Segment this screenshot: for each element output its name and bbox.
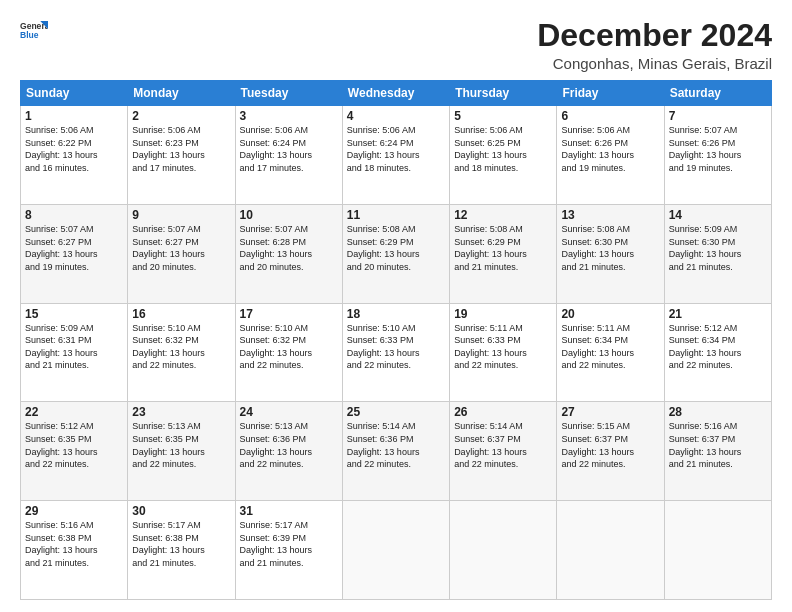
day-info: Sunrise: 5:13 AMSunset: 6:35 PMDaylight:…	[132, 420, 230, 470]
day-number: 30	[132, 504, 230, 518]
day-number: 24	[240, 405, 338, 419]
day-number: 2	[132, 109, 230, 123]
calendar-cell: 24Sunrise: 5:13 AMSunset: 6:36 PMDayligh…	[235, 402, 342, 501]
col-header-thursday: Thursday	[450, 81, 557, 106]
day-number: 10	[240, 208, 338, 222]
day-info: Sunrise: 5:09 AMSunset: 6:30 PMDaylight:…	[669, 223, 767, 273]
col-header-saturday: Saturday	[664, 81, 771, 106]
day-info: Sunrise: 5:12 AMSunset: 6:34 PMDaylight:…	[669, 322, 767, 372]
day-number: 4	[347, 109, 445, 123]
week-row-5: 29Sunrise: 5:16 AMSunset: 6:38 PMDayligh…	[21, 501, 772, 600]
day-number: 13	[561, 208, 659, 222]
day-info: Sunrise: 5:10 AMSunset: 6:32 PMDaylight:…	[132, 322, 230, 372]
calendar-cell: 25Sunrise: 5:14 AMSunset: 6:36 PMDayligh…	[342, 402, 449, 501]
calendar-cell: 18Sunrise: 5:10 AMSunset: 6:33 PMDayligh…	[342, 303, 449, 402]
calendar-cell: 7Sunrise: 5:07 AMSunset: 6:26 PMDaylight…	[664, 106, 771, 205]
day-info: Sunrise: 5:07 AMSunset: 6:27 PMDaylight:…	[25, 223, 123, 273]
page: General Blue December 2024 Congonhas, Mi…	[0, 0, 792, 612]
day-number: 1	[25, 109, 123, 123]
day-info: Sunrise: 5:08 AMSunset: 6:30 PMDaylight:…	[561, 223, 659, 273]
day-number: 31	[240, 504, 338, 518]
day-info: Sunrise: 5:09 AMSunset: 6:31 PMDaylight:…	[25, 322, 123, 372]
week-row-2: 8Sunrise: 5:07 AMSunset: 6:27 PMDaylight…	[21, 204, 772, 303]
day-number: 3	[240, 109, 338, 123]
day-number: 20	[561, 307, 659, 321]
calendar-cell: 16Sunrise: 5:10 AMSunset: 6:32 PMDayligh…	[128, 303, 235, 402]
day-info: Sunrise: 5:16 AMSunset: 6:37 PMDaylight:…	[669, 420, 767, 470]
day-info: Sunrise: 5:17 AMSunset: 6:38 PMDaylight:…	[132, 519, 230, 569]
week-row-3: 15Sunrise: 5:09 AMSunset: 6:31 PMDayligh…	[21, 303, 772, 402]
day-info: Sunrise: 5:16 AMSunset: 6:38 PMDaylight:…	[25, 519, 123, 569]
day-number: 21	[669, 307, 767, 321]
calendar-cell: 23Sunrise: 5:13 AMSunset: 6:35 PMDayligh…	[128, 402, 235, 501]
day-number: 7	[669, 109, 767, 123]
calendar-cell: 21Sunrise: 5:12 AMSunset: 6:34 PMDayligh…	[664, 303, 771, 402]
calendar-cell: 30Sunrise: 5:17 AMSunset: 6:38 PMDayligh…	[128, 501, 235, 600]
day-number: 18	[347, 307, 445, 321]
day-number: 26	[454, 405, 552, 419]
day-number: 23	[132, 405, 230, 419]
day-number: 28	[669, 405, 767, 419]
day-info: Sunrise: 5:08 AMSunset: 6:29 PMDaylight:…	[454, 223, 552, 273]
day-number: 19	[454, 307, 552, 321]
calendar-cell: 4Sunrise: 5:06 AMSunset: 6:24 PMDaylight…	[342, 106, 449, 205]
header: General Blue December 2024 Congonhas, Mi…	[20, 18, 772, 72]
calendar-cell: 8Sunrise: 5:07 AMSunset: 6:27 PMDaylight…	[21, 204, 128, 303]
day-number: 29	[25, 504, 123, 518]
calendar-cell: 14Sunrise: 5:09 AMSunset: 6:30 PMDayligh…	[664, 204, 771, 303]
day-info: Sunrise: 5:11 AMSunset: 6:33 PMDaylight:…	[454, 322, 552, 372]
svg-text:Blue: Blue	[20, 30, 39, 40]
day-info: Sunrise: 5:07 AMSunset: 6:28 PMDaylight:…	[240, 223, 338, 273]
calendar-cell: 20Sunrise: 5:11 AMSunset: 6:34 PMDayligh…	[557, 303, 664, 402]
calendar-cell: 5Sunrise: 5:06 AMSunset: 6:25 PMDaylight…	[450, 106, 557, 205]
calendar-cell: 27Sunrise: 5:15 AMSunset: 6:37 PMDayligh…	[557, 402, 664, 501]
day-info: Sunrise: 5:06 AMSunset: 6:22 PMDaylight:…	[25, 124, 123, 174]
day-number: 22	[25, 405, 123, 419]
day-info: Sunrise: 5:06 AMSunset: 6:25 PMDaylight:…	[454, 124, 552, 174]
calendar-cell: 6Sunrise: 5:06 AMSunset: 6:26 PMDaylight…	[557, 106, 664, 205]
week-row-4: 22Sunrise: 5:12 AMSunset: 6:35 PMDayligh…	[21, 402, 772, 501]
calendar-cell: 10Sunrise: 5:07 AMSunset: 6:28 PMDayligh…	[235, 204, 342, 303]
day-info: Sunrise: 5:06 AMSunset: 6:24 PMDaylight:…	[240, 124, 338, 174]
title-block: December 2024 Congonhas, Minas Gerais, B…	[537, 18, 772, 72]
day-number: 17	[240, 307, 338, 321]
calendar-cell: 29Sunrise: 5:16 AMSunset: 6:38 PMDayligh…	[21, 501, 128, 600]
day-info: Sunrise: 5:07 AMSunset: 6:26 PMDaylight:…	[669, 124, 767, 174]
calendar-cell	[342, 501, 449, 600]
day-number: 6	[561, 109, 659, 123]
calendar-cell: 17Sunrise: 5:10 AMSunset: 6:32 PMDayligh…	[235, 303, 342, 402]
calendar-cell	[557, 501, 664, 600]
calendar-cell: 31Sunrise: 5:17 AMSunset: 6:39 PMDayligh…	[235, 501, 342, 600]
logo: General Blue	[20, 18, 48, 46]
calendar-cell: 22Sunrise: 5:12 AMSunset: 6:35 PMDayligh…	[21, 402, 128, 501]
day-number: 14	[669, 208, 767, 222]
logo-icon: General Blue	[20, 18, 48, 46]
day-info: Sunrise: 5:12 AMSunset: 6:35 PMDaylight:…	[25, 420, 123, 470]
calendar-table: SundayMondayTuesdayWednesdayThursdayFrid…	[20, 80, 772, 600]
day-number: 16	[132, 307, 230, 321]
day-info: Sunrise: 5:10 AMSunset: 6:32 PMDaylight:…	[240, 322, 338, 372]
day-number: 15	[25, 307, 123, 321]
week-row-1: 1Sunrise: 5:06 AMSunset: 6:22 PMDaylight…	[21, 106, 772, 205]
day-number: 9	[132, 208, 230, 222]
day-number: 27	[561, 405, 659, 419]
calendar-cell: 11Sunrise: 5:08 AMSunset: 6:29 PMDayligh…	[342, 204, 449, 303]
calendar-cell	[664, 501, 771, 600]
subtitle: Congonhas, Minas Gerais, Brazil	[537, 55, 772, 72]
calendar-cell	[450, 501, 557, 600]
day-info: Sunrise: 5:11 AMSunset: 6:34 PMDaylight:…	[561, 322, 659, 372]
day-info: Sunrise: 5:10 AMSunset: 6:33 PMDaylight:…	[347, 322, 445, 372]
calendar-cell: 15Sunrise: 5:09 AMSunset: 6:31 PMDayligh…	[21, 303, 128, 402]
day-info: Sunrise: 5:17 AMSunset: 6:39 PMDaylight:…	[240, 519, 338, 569]
col-header-friday: Friday	[557, 81, 664, 106]
calendar-cell: 1Sunrise: 5:06 AMSunset: 6:22 PMDaylight…	[21, 106, 128, 205]
day-info: Sunrise: 5:15 AMSunset: 6:37 PMDaylight:…	[561, 420, 659, 470]
day-info: Sunrise: 5:08 AMSunset: 6:29 PMDaylight:…	[347, 223, 445, 273]
day-info: Sunrise: 5:14 AMSunset: 6:37 PMDaylight:…	[454, 420, 552, 470]
col-header-monday: Monday	[128, 81, 235, 106]
col-header-wednesday: Wednesday	[342, 81, 449, 106]
day-info: Sunrise: 5:14 AMSunset: 6:36 PMDaylight:…	[347, 420, 445, 470]
day-number: 11	[347, 208, 445, 222]
day-info: Sunrise: 5:07 AMSunset: 6:27 PMDaylight:…	[132, 223, 230, 273]
day-number: 12	[454, 208, 552, 222]
